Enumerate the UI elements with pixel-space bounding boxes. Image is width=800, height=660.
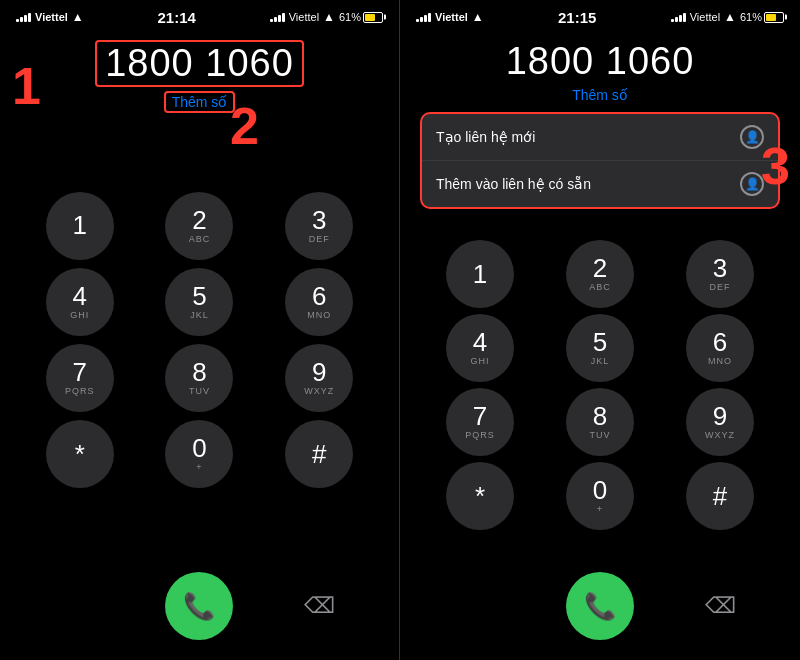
right-dial-7[interactable]: 7 PQRS (446, 388, 514, 456)
right-dialpad-row-2: 4 GHI 5 JKL 6 MNO (420, 314, 780, 382)
right-dialpad-row-3: 7 PQRS 8 TUV 9 WXYZ (420, 388, 780, 456)
right-dial-hash[interactable]: # (686, 462, 754, 530)
right-carrier-info: Viettel ▲ (416, 10, 484, 24)
step-1-annotation: 1 (12, 60, 41, 112)
left-dial-7[interactable]: 7 PQRS (46, 344, 114, 412)
left-carrier-info: Viettel ▲ (16, 10, 84, 24)
right-dial-1[interactable]: 1 (446, 240, 514, 308)
left-status-right: Viettel ▲ 61% (270, 10, 383, 24)
left-battery-pct: 61% (339, 11, 361, 23)
left-dial-4[interactable]: 4 GHI (46, 268, 114, 336)
right-dial-star[interactable]: * (446, 462, 514, 530)
step-2-annotation: 2 (230, 100, 259, 152)
right-status-right: Viettel ▲ 61% (671, 10, 784, 24)
left-battery-fill (365, 14, 375, 21)
right-phone-number-area: 1800 1060 Thêm số (400, 30, 800, 108)
right-dialpad-row-4: * 0 + # (420, 462, 780, 530)
left-dialpad-row-3: 7 PQRS 8 TUV 9 WXYZ (20, 344, 379, 412)
left-them-so-button[interactable]: Thêm số (164, 91, 236, 113)
left-dial-6[interactable]: 6 MNO (285, 268, 353, 336)
left-dial-0[interactable]: 0 + (165, 420, 233, 488)
left-dial-2[interactable]: 2 ABC (165, 192, 233, 260)
left-signal-icon (16, 13, 31, 22)
left-delete-button[interactable]: ⌫ (285, 572, 353, 640)
right-time: 21:15 (558, 9, 596, 26)
right-dial-9[interactable]: 9 WXYZ (686, 388, 754, 456)
left-wifi2-icon: ▲ (323, 10, 335, 24)
right-dial-4[interactable]: 4 GHI (446, 314, 514, 382)
right-battery-fill (766, 14, 776, 21)
right-dialpad-row-1: 1 2 ABC 3 DEF (420, 240, 780, 308)
right-phone-screen: 3 Viettel ▲ 21:15 Viettel ▲ 61% (400, 0, 800, 660)
right-delete-button[interactable]: ⌫ (686, 572, 754, 640)
left-dial-9[interactable]: 9 WXYZ (285, 344, 353, 412)
right-bottom-bar: 📞 ⌫ (400, 562, 800, 660)
add-to-existing-label: Thêm vào liên hệ có sẵn (436, 176, 591, 192)
left-signal2-icon (270, 13, 285, 22)
left-phone-number-area: 1800 1060 Thêm số (0, 30, 399, 117)
right-dial-6[interactable]: 6 MNO (686, 314, 754, 382)
right-call-button[interactable]: 📞 (566, 572, 634, 640)
create-new-contact-item[interactable]: Tạo liên hệ mới 👤 (422, 114, 778, 161)
right-dial-5[interactable]: 5 JKL (566, 314, 634, 382)
right-placeholder (446, 572, 514, 640)
right-call-icon: 📞 (584, 591, 616, 622)
left-dial-hash[interactable]: # (285, 420, 353, 488)
left-call-icon: 📞 (183, 591, 215, 622)
right-them-so-button[interactable]: Thêm số (572, 87, 628, 103)
left-dialpad-row-1: 1 2 ABC 3 DEF (20, 192, 379, 260)
left-carrier2-name: Viettel (289, 11, 319, 23)
right-battery-icon (764, 12, 784, 23)
left-dial-3[interactable]: 3 DEF (285, 192, 353, 260)
left-dialpad-row-2: 4 GHI 5 JKL 6 MNO (20, 268, 379, 336)
right-battery: 61% (740, 11, 784, 23)
right-phone-number: 1800 1060 (420, 40, 780, 83)
add-to-existing-contact-item[interactable]: Thêm vào liên hệ có sẵn 👤 (422, 161, 778, 207)
left-call-button[interactable]: 📞 (165, 572, 233, 640)
left-bottom-bar: 📞 ⌫ (0, 562, 399, 660)
left-wifi-icon: ▲ (72, 10, 84, 24)
left-battery-icon (363, 12, 383, 23)
right-dialpad: 1 2 ABC 3 DEF 4 GHI 5 JKL 6 MNO (400, 217, 800, 562)
left-phone-number: 1800 1060 (95, 40, 304, 87)
right-battery-pct: 61% (740, 11, 762, 23)
contact-dropdown-menu: Tạo liên hệ mới 👤 Thêm vào liên hệ có sẵ… (420, 112, 780, 209)
right-dial-0[interactable]: 0 + (566, 462, 634, 530)
right-status-bar: Viettel ▲ 21:15 Viettel ▲ 61% (400, 0, 800, 30)
right-carrier-name: Viettel (435, 11, 468, 23)
left-delete-icon: ⌫ (304, 593, 335, 619)
left-time: 21:14 (158, 9, 196, 26)
left-carrier-name: Viettel (35, 11, 68, 23)
left-status-bar: Viettel ▲ 21:14 Viettel ▲ 61% (0, 0, 399, 30)
left-dial-5[interactable]: 5 JKL (165, 268, 233, 336)
right-signal2-icon (671, 13, 686, 22)
left-dialpad-row-4: * 0 + # (20, 420, 379, 488)
create-new-contact-label: Tạo liên hệ mới (436, 129, 535, 145)
right-wifi2-icon: ▲ (724, 10, 736, 24)
left-dialpad: 1 2 ABC 3 DEF 4 GHI 5 JKL 6 MNO (0, 117, 399, 562)
step-3-annotation: 3 (761, 140, 790, 192)
right-delete-icon: ⌫ (705, 593, 736, 619)
left-dial-star[interactable]: * (46, 420, 114, 488)
right-carrier2-name: Viettel (690, 11, 720, 23)
right-wifi-icon: ▲ (472, 10, 484, 24)
right-dial-3[interactable]: 3 DEF (686, 240, 754, 308)
left-dial-1[interactable]: 1 (46, 192, 114, 260)
left-dial-8[interactable]: 8 TUV (165, 344, 233, 412)
left-placeholder (46, 572, 114, 640)
right-dial-2[interactable]: 2 ABC (566, 240, 634, 308)
right-dial-8[interactable]: 8 TUV (566, 388, 634, 456)
left-phone-screen: 1 2 Viettel ▲ 21:14 Viettel ▲ (0, 0, 400, 660)
left-battery: 61% (339, 11, 383, 23)
right-signal-icon (416, 13, 431, 22)
